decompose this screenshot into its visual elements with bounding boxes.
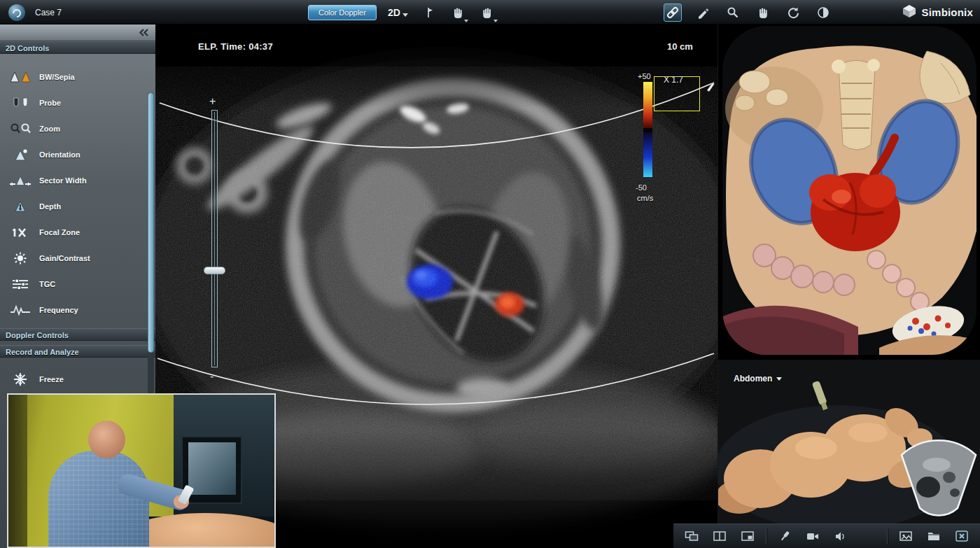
close-icon[interactable] xyxy=(953,528,970,545)
bottom-toolbar xyxy=(673,524,980,548)
depth-scale-label: 10 cm xyxy=(667,41,693,52)
case-title: Case 7 xyxy=(35,8,62,17)
topbar-mode-controls: Color Doppler 2D xyxy=(308,0,496,24)
sidebar-item-sector-width[interactable]: Sector Width xyxy=(0,167,155,193)
topbar-left: Case 7 xyxy=(8,0,62,24)
velocity-max-label: +50 xyxy=(638,72,651,80)
section-doppler-controls[interactable]: Doppler Controls xyxy=(0,328,155,341)
sidebar-item-depth[interactable]: Depth xyxy=(0,193,155,219)
freeze-label: Freeze xyxy=(39,375,64,384)
sidebar-item-label: Orientation xyxy=(39,150,80,159)
video-instructor-torso xyxy=(48,451,149,548)
sidebar-item-label: Probe xyxy=(39,99,61,107)
region-label: Abdomen xyxy=(734,374,772,384)
instructor-video[interactable] xyxy=(7,393,276,548)
layout-dual-icon[interactable] xyxy=(683,528,700,545)
tgc-icon xyxy=(7,277,34,291)
sidebar-collapse-bar[interactable] xyxy=(0,24,155,41)
zoom-icon xyxy=(7,122,34,136)
mode-2d-button[interactable]: 2D xyxy=(388,7,408,18)
sidebar-item-label: Zoom xyxy=(39,125,60,133)
chevron-down-icon xyxy=(402,13,408,17)
color-doppler-button[interactable]: Color Doppler xyxy=(308,5,377,20)
app-logo-icon[interactable] xyxy=(8,4,25,21)
slider-minus-label[interactable]: - xyxy=(210,370,214,383)
bw-sepia-icon xyxy=(7,70,34,84)
sidebar-item-orientation[interactable]: Orientation xyxy=(0,141,155,167)
mannequin-render xyxy=(718,360,980,525)
section-record-analyze[interactable]: Record and Analyze xyxy=(0,345,155,358)
sidebar-item-label: BW/Sepia xyxy=(39,73,75,81)
video-wall-shadow xyxy=(8,395,27,547)
sidebar-item-frequency[interactable]: Frequency xyxy=(0,297,155,323)
sidebar-item-label: Depth xyxy=(39,202,61,211)
sidebar-item-probe[interactable]: Probe xyxy=(0,90,155,115)
chevron-down-icon xyxy=(464,20,468,22)
pointer-tool-icon[interactable] xyxy=(694,3,712,22)
velocity-scale-negative xyxy=(643,132,652,177)
topbar-view-tools xyxy=(664,0,832,24)
tool-button-group xyxy=(766,528,859,545)
video-instructor-head xyxy=(88,421,125,458)
sidebar-item-gain-contrast[interactable]: Gain/Contrast xyxy=(0,245,155,271)
file-button-group xyxy=(888,528,980,545)
anatomy-3d-render xyxy=(718,24,980,358)
probe-marker-icon[interactable] xyxy=(419,3,438,22)
zoom-slider-track[interactable] xyxy=(211,110,218,367)
probe-tool-icon[interactable] xyxy=(776,528,793,545)
frequency-icon xyxy=(7,303,34,317)
top-toolbar: Case 7 Color Doppler 2D xyxy=(0,0,980,24)
layout-pip-icon[interactable] xyxy=(739,528,756,545)
zoom-slider-handle[interactable] xyxy=(204,267,225,274)
folder-icon[interactable] xyxy=(925,528,942,545)
anatomy-3d-panel[interactable] xyxy=(718,24,980,358)
sidebar-item-zoom[interactable]: Zoom xyxy=(0,115,155,141)
velocity-unit-label: cm/s xyxy=(637,194,653,202)
left-hand-probe-icon[interactable] xyxy=(449,3,467,22)
region-dropdown[interactable]: Abdomen xyxy=(734,374,782,384)
sidebar-item-label: Gain/Contrast xyxy=(39,254,90,262)
gain-contrast-icon xyxy=(7,251,34,265)
simulator-window: Case 7 Color Doppler 2D xyxy=(0,0,980,548)
link-views-icon[interactable] xyxy=(664,3,682,22)
contrast-icon[interactable] xyxy=(814,3,832,22)
sidebar-item-bw-sepia[interactable]: BW/Sepia xyxy=(0,64,155,90)
pan-hand-icon[interactable] xyxy=(754,3,772,22)
collapse-left-icon xyxy=(139,28,150,37)
snapshot-icon[interactable] xyxy=(897,528,914,545)
snowflake-icon xyxy=(7,372,34,387)
brand-name: Simbionix xyxy=(922,6,973,18)
layout-button-group xyxy=(673,528,766,545)
sidebar-item-label: Focal Zone xyxy=(39,228,80,237)
mode-2d-label: 2D xyxy=(388,7,400,18)
sidebar-item-label: Sector Width xyxy=(39,176,87,185)
color-velocity-scale xyxy=(643,82,652,180)
magnifier-icon[interactable] xyxy=(724,3,742,22)
simbionix-logo-icon xyxy=(902,4,917,21)
sidebar-scrollbar-thumb[interactable] xyxy=(148,92,154,353)
probe-icon xyxy=(7,96,34,110)
depth-icon xyxy=(7,199,34,213)
body-probe-panel[interactable]: Abdomen xyxy=(718,358,980,525)
velocity-min-label: -50 xyxy=(636,183,647,192)
sidebar-item-tgc[interactable]: TGC xyxy=(0,271,155,297)
pointer-cursor-icon xyxy=(706,80,715,92)
chevron-down-icon xyxy=(493,20,498,22)
video-monitor-screen xyxy=(188,442,236,495)
rotate-icon[interactable] xyxy=(784,3,802,22)
camera-icon[interactable] xyxy=(804,528,821,545)
chevron-down-icon xyxy=(776,377,782,381)
brand-area: Simbionix xyxy=(902,0,973,24)
zoom-factor-label: X 1.7 xyxy=(664,75,683,85)
speaker-icon[interactable] xyxy=(832,528,849,545)
focal-zone-icon xyxy=(7,225,34,239)
slider-plus-label[interactable]: + xyxy=(209,95,216,108)
sidebar-scrollbar[interactable] xyxy=(148,92,154,402)
right-hand-probe-icon[interactable] xyxy=(478,3,496,22)
section-2d-controls[interactable]: 2D Controls xyxy=(0,41,155,54)
layout-split-icon[interactable] xyxy=(711,528,728,545)
freeze-button[interactable]: Freeze xyxy=(0,366,155,392)
orientation-icon xyxy=(7,148,34,162)
velocity-scale-positive xyxy=(643,82,652,128)
sidebar-item-focal-zone[interactable]: Focal Zone xyxy=(0,219,155,245)
